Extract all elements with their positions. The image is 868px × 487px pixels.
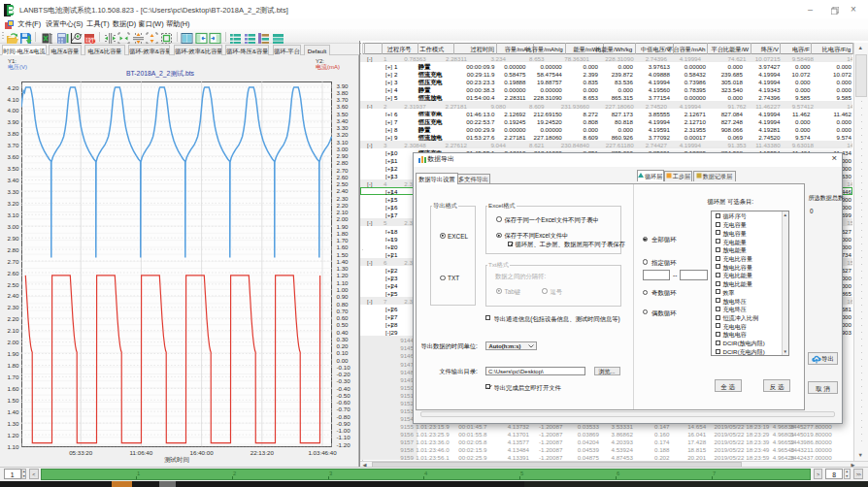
svg-text:!: !	[91, 38, 93, 44]
